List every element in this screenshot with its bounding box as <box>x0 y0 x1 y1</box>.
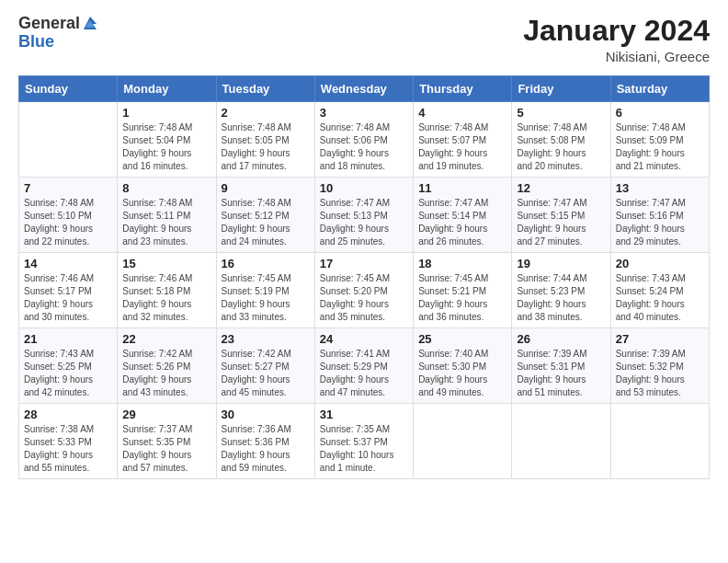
day-cell: 24Sunrise: 7:41 AM Sunset: 5:29 PM Dayli… <box>314 328 413 404</box>
day-number: 18 <box>418 257 506 270</box>
day-number: 31 <box>320 408 408 421</box>
day-cell: 19Sunrise: 7:44 AM Sunset: 5:23 PM Dayli… <box>512 253 610 328</box>
day-cell: 12Sunrise: 7:47 AM Sunset: 5:15 PM Dayli… <box>512 178 610 253</box>
day-number: 30 <box>222 408 310 421</box>
day-number: 7 <box>24 181 112 195</box>
day-cell <box>19 102 118 178</box>
day-info: Sunrise: 7:48 AM Sunset: 5:05 PM Dayligh… <box>222 121 310 173</box>
col-header-thursday: Thursday <box>414 76 512 102</box>
day-cell: 16Sunrise: 7:45 AM Sunset: 5:19 PM Dayli… <box>216 253 314 328</box>
day-number: 6 <box>616 106 704 120</box>
day-cell: 14Sunrise: 7:46 AM Sunset: 5:17 PM Dayli… <box>19 253 118 328</box>
day-info: Sunrise: 7:41 AM Sunset: 5:29 PM Dayligh… <box>320 348 408 399</box>
day-info: Sunrise: 7:48 AM Sunset: 5:08 PM Dayligh… <box>517 121 605 173</box>
logo: General Blue <box>18 15 98 52</box>
day-number: 12 <box>517 181 605 195</box>
day-number: 27 <box>616 332 704 346</box>
day-info: Sunrise: 7:48 AM Sunset: 5:07 PM Dayligh… <box>418 121 506 173</box>
day-cell: 6Sunrise: 7:48 AM Sunset: 5:09 PM Daylig… <box>610 102 709 178</box>
logo-general-text: General <box>18 15 80 33</box>
week-row-2: 7Sunrise: 7:48 AM Sunset: 5:10 PM Daylig… <box>19 178 710 253</box>
calendar: SundayMondayTuesdayWednesdayThursdayFrid… <box>18 75 710 479</box>
col-header-wednesday: Wednesday <box>314 76 413 102</box>
day-number: 10 <box>320 181 408 195</box>
day-cell: 22Sunrise: 7:42 AM Sunset: 5:26 PM Dayli… <box>118 328 216 404</box>
day-cell: 3Sunrise: 7:48 AM Sunset: 5:06 PM Daylig… <box>314 102 413 178</box>
day-number: 20 <box>616 257 704 270</box>
week-row-4: 21Sunrise: 7:43 AM Sunset: 5:25 PM Dayli… <box>19 328 710 404</box>
day-number: 28 <box>24 408 112 421</box>
day-info: Sunrise: 7:46 AM Sunset: 5:18 PM Dayligh… <box>122 272 210 324</box>
day-cell: 25Sunrise: 7:40 AM Sunset: 5:30 PM Dayli… <box>414 328 512 404</box>
day-info: Sunrise: 7:42 AM Sunset: 5:26 PM Dayligh… <box>122 348 210 399</box>
day-info: Sunrise: 7:45 AM Sunset: 5:20 PM Dayligh… <box>320 272 408 324</box>
day-cell: 1Sunrise: 7:48 AM Sunset: 5:04 PM Daylig… <box>118 102 216 178</box>
day-info: Sunrise: 7:35 AM Sunset: 5:37 PM Dayligh… <box>320 423 408 475</box>
col-header-saturday: Saturday <box>610 76 709 102</box>
day-info: Sunrise: 7:43 AM Sunset: 5:25 PM Dayligh… <box>24 348 112 399</box>
day-cell <box>512 404 610 479</box>
day-number: 17 <box>320 257 408 270</box>
day-cell: 10Sunrise: 7:47 AM Sunset: 5:13 PM Dayli… <box>314 178 413 253</box>
week-row-5: 28Sunrise: 7:38 AM Sunset: 5:33 PM Dayli… <box>19 404 710 479</box>
day-cell <box>414 404 512 479</box>
day-info: Sunrise: 7:42 AM Sunset: 5:27 PM Dayligh… <box>222 348 310 399</box>
location: Nikisiani, Greece <box>523 49 710 64</box>
day-number: 26 <box>517 332 605 346</box>
day-info: Sunrise: 7:48 AM Sunset: 5:12 PM Dayligh… <box>222 197 310 248</box>
title-block: January 2024 Nikisiani, Greece <box>523 15 710 64</box>
day-cell: 27Sunrise: 7:39 AM Sunset: 5:32 PM Dayli… <box>610 328 709 404</box>
logo-icon <box>82 15 98 31</box>
day-cell: 11Sunrise: 7:47 AM Sunset: 5:14 PM Dayli… <box>414 178 512 253</box>
col-header-monday: Monday <box>118 76 216 102</box>
day-info: Sunrise: 7:36 AM Sunset: 5:36 PM Dayligh… <box>222 423 310 475</box>
day-info: Sunrise: 7:48 AM Sunset: 5:06 PM Dayligh… <box>320 121 408 173</box>
day-cell: 21Sunrise: 7:43 AM Sunset: 5:25 PM Dayli… <box>19 328 118 404</box>
day-info: Sunrise: 7:46 AM Sunset: 5:17 PM Dayligh… <box>24 272 112 324</box>
day-cell: 23Sunrise: 7:42 AM Sunset: 5:27 PM Dayli… <box>216 328 314 404</box>
day-info: Sunrise: 7:48 AM Sunset: 5:10 PM Dayligh… <box>24 197 112 248</box>
day-cell: 5Sunrise: 7:48 AM Sunset: 5:08 PM Daylig… <box>512 102 610 178</box>
week-row-3: 14Sunrise: 7:46 AM Sunset: 5:17 PM Dayli… <box>19 253 710 328</box>
day-cell: 29Sunrise: 7:37 AM Sunset: 5:35 PM Dayli… <box>118 404 216 479</box>
day-number: 23 <box>222 332 310 346</box>
day-number: 5 <box>517 106 605 120</box>
day-info: Sunrise: 7:39 AM Sunset: 5:31 PM Dayligh… <box>517 348 605 399</box>
day-number: 9 <box>222 181 310 195</box>
day-number: 13 <box>616 181 704 195</box>
day-number: 11 <box>418 181 506 195</box>
day-cell: 26Sunrise: 7:39 AM Sunset: 5:31 PM Dayli… <box>512 328 610 404</box>
month-title: January 2024 <box>523 15 710 47</box>
day-number: 8 <box>122 181 210 195</box>
day-info: Sunrise: 7:44 AM Sunset: 5:23 PM Dayligh… <box>517 272 605 324</box>
day-cell: 13Sunrise: 7:47 AM Sunset: 5:16 PM Dayli… <box>610 178 709 253</box>
day-number: 1 <box>122 106 210 120</box>
day-info: Sunrise: 7:40 AM Sunset: 5:30 PM Dayligh… <box>418 348 506 399</box>
day-info: Sunrise: 7:48 AM Sunset: 5:11 PM Dayligh… <box>122 197 210 248</box>
col-header-tuesday: Tuesday <box>216 76 314 102</box>
day-cell: 2Sunrise: 7:48 AM Sunset: 5:05 PM Daylig… <box>216 102 314 178</box>
day-info: Sunrise: 7:45 AM Sunset: 5:21 PM Dayligh… <box>418 272 506 324</box>
day-number: 4 <box>418 106 506 120</box>
day-number: 16 <box>222 257 310 270</box>
page: General Blue January 2024 Nikisiani, Gre… <box>0 0 728 563</box>
logo-blue-text: Blue <box>18 33 98 52</box>
day-cell: 28Sunrise: 7:38 AM Sunset: 5:33 PM Dayli… <box>19 404 118 479</box>
day-number: 22 <box>122 332 210 346</box>
day-number: 14 <box>24 257 112 270</box>
day-cell: 31Sunrise: 7:35 AM Sunset: 5:37 PM Dayli… <box>314 404 413 479</box>
day-info: Sunrise: 7:47 AM Sunset: 5:15 PM Dayligh… <box>517 197 605 248</box>
day-cell: 18Sunrise: 7:45 AM Sunset: 5:21 PM Dayli… <box>414 253 512 328</box>
day-number: 29 <box>122 408 210 421</box>
day-number: 15 <box>122 257 210 270</box>
day-cell <box>610 404 709 479</box>
day-info: Sunrise: 7:38 AM Sunset: 5:33 PM Dayligh… <box>24 423 112 475</box>
day-info: Sunrise: 7:37 AM Sunset: 5:35 PM Dayligh… <box>122 423 210 475</box>
day-cell: 9Sunrise: 7:48 AM Sunset: 5:12 PM Daylig… <box>216 178 314 253</box>
day-number: 3 <box>320 106 408 120</box>
header: General Blue January 2024 Nikisiani, Gre… <box>18 15 710 64</box>
day-cell: 4Sunrise: 7:48 AM Sunset: 5:07 PM Daylig… <box>414 102 512 178</box>
day-info: Sunrise: 7:45 AM Sunset: 5:19 PM Dayligh… <box>222 272 310 324</box>
day-info: Sunrise: 7:47 AM Sunset: 5:13 PM Dayligh… <box>320 197 408 248</box>
day-cell: 7Sunrise: 7:48 AM Sunset: 5:10 PM Daylig… <box>19 178 118 253</box>
